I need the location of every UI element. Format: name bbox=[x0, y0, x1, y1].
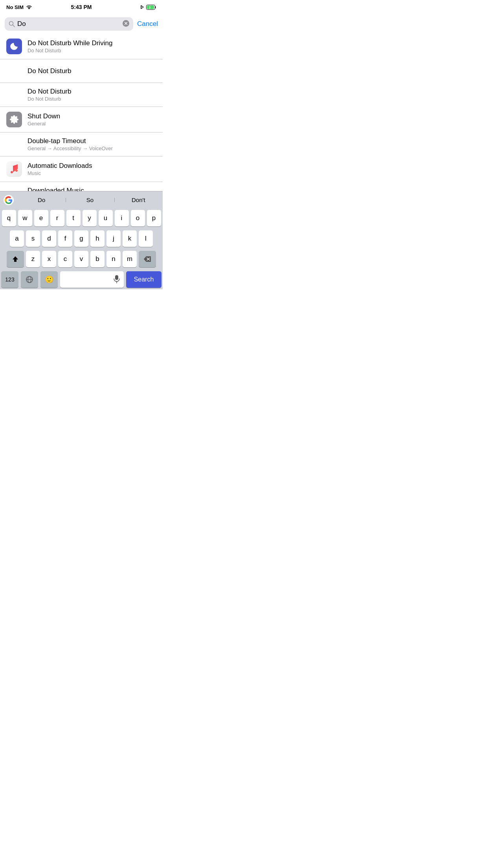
result-title: Do Not Disturb While Driving bbox=[28, 39, 156, 47]
key-p[interactable]: p bbox=[147, 210, 161, 226]
key-y[interactable]: y bbox=[83, 210, 97, 226]
google-logo bbox=[0, 191, 17, 209]
key-u[interactable]: u bbox=[99, 210, 113, 226]
key-row-3: z x c v b n m bbox=[1, 251, 161, 267]
result-text: Do Not Disturb While Driving Do Not Dist… bbox=[28, 39, 156, 53]
bluetooth-icon bbox=[140, 4, 144, 10]
cancel-button[interactable]: Cancel bbox=[137, 20, 158, 28]
delete-key[interactable] bbox=[139, 251, 156, 267]
key-b[interactable]: b bbox=[90, 251, 105, 267]
dnd-app-icon bbox=[6, 39, 22, 54]
settings-app-icon bbox=[6, 112, 22, 127]
key-a[interactable]: a bbox=[10, 230, 24, 247]
list-item[interactable]: Do Not Disturb While Driving Do Not Dist… bbox=[0, 34, 163, 59]
key-i[interactable]: i bbox=[115, 210, 129, 226]
list-item[interactable]: Automatic Downloads Music bbox=[0, 156, 163, 182]
result-title: Do Not Disturb bbox=[28, 67, 156, 75]
key-t[interactable]: t bbox=[66, 210, 81, 226]
list-item[interactable]: Double-tap Timeout General → Accessibili… bbox=[0, 132, 163, 156]
key-q[interactable]: q bbox=[2, 210, 16, 226]
shift-key[interactable] bbox=[7, 251, 24, 267]
key-l[interactable]: l bbox=[139, 230, 153, 247]
result-subtitle: Do Not Disturb bbox=[28, 48, 156, 53]
predictive-bar: Do So Don't bbox=[0, 191, 163, 208]
predictive-words: Do So Don't bbox=[17, 197, 163, 203]
key-j[interactable]: j bbox=[106, 230, 121, 247]
result-text: Double-tap Timeout General → Accessibili… bbox=[28, 137, 156, 151]
key-w[interactable]: w bbox=[18, 210, 32, 226]
key-row-1: q w e r t y u i o p bbox=[1, 210, 161, 226]
emoji-key[interactable]: 🙂 bbox=[40, 271, 58, 288]
key-r[interactable]: r bbox=[50, 210, 64, 226]
list-item[interactable]: Do Not Disturb Do Not Disturb bbox=[0, 83, 163, 107]
list-item[interactable]: Shut Down General bbox=[0, 107, 163, 132]
result-text: Do Not Disturb bbox=[28, 67, 156, 75]
svg-rect-15 bbox=[115, 275, 118, 280]
list-item[interactable]: Do Not Disturb bbox=[0, 59, 163, 83]
key-n[interactable]: n bbox=[106, 251, 121, 267]
predictive-word-3[interactable]: Don't bbox=[114, 197, 163, 203]
search-input[interactable] bbox=[17, 20, 120, 28]
key-k[interactable]: k bbox=[123, 230, 137, 247]
key-v[interactable]: v bbox=[74, 251, 88, 267]
result-title: Automatic Downloads bbox=[28, 162, 156, 170]
result-text: Do Not Disturb Do Not Disturb bbox=[28, 88, 156, 102]
search-bar: Cancel bbox=[0, 14, 163, 34]
predictive-word-2[interactable]: So bbox=[66, 197, 114, 203]
result-subtitle: Do Not Disturb bbox=[28, 96, 156, 102]
predictive-word-1[interactable]: Do bbox=[17, 197, 66, 203]
key-d[interactable]: d bbox=[42, 230, 56, 247]
wifi-icon bbox=[26, 5, 32, 9]
key-x[interactable]: x bbox=[42, 251, 56, 267]
mic-button[interactable] bbox=[114, 275, 120, 285]
status-bar: No SIM 5:43 PM bbox=[0, 0, 163, 14]
result-text: Automatic Downloads Music bbox=[28, 162, 156, 176]
search-input-wrap[interactable] bbox=[5, 17, 133, 31]
carrier-label: No SIM bbox=[6, 4, 24, 10]
num-key[interactable]: 123 bbox=[1, 271, 18, 288]
battery-icon bbox=[146, 5, 156, 10]
key-z[interactable]: z bbox=[26, 251, 40, 267]
music-app-icon bbox=[6, 161, 22, 177]
key-o[interactable]: o bbox=[131, 210, 145, 226]
svg-line-3 bbox=[13, 25, 15, 27]
key-row-4: 123 🙂 Search bbox=[1, 271, 161, 288]
result-title: Do Not Disturb bbox=[28, 88, 156, 96]
key-e[interactable]: e bbox=[34, 210, 48, 226]
keyboard-rows: q w e r t y u i o p a s d f g h j k l bbox=[0, 208, 163, 289]
result-subtitle: Music bbox=[28, 170, 156, 176]
keyboard: Do So Don't q w e r t y u i o p a s d f … bbox=[0, 191, 163, 289]
time-label: 5:43 PM bbox=[71, 4, 92, 10]
search-icon bbox=[9, 21, 15, 27]
search-key[interactable]: Search bbox=[126, 271, 161, 288]
key-h[interactable]: h bbox=[90, 230, 105, 247]
key-g[interactable]: g bbox=[74, 230, 88, 247]
result-subtitle: General bbox=[28, 121, 156, 127]
globe-key[interactable] bbox=[21, 271, 38, 288]
result-subtitle: General → Accessibility → VoiceOver bbox=[28, 145, 156, 151]
key-c[interactable]: c bbox=[58, 251, 72, 267]
result-title: Shut Down bbox=[28, 112, 156, 120]
key-m[interactable]: m bbox=[123, 251, 137, 267]
result-text: Shut Down General bbox=[28, 112, 156, 127]
key-row-2: a s d f g h j k l bbox=[1, 230, 161, 247]
result-title: Double-tap Timeout bbox=[28, 137, 156, 145]
clear-button[interactable] bbox=[123, 20, 129, 28]
key-s[interactable]: s bbox=[26, 230, 40, 247]
key-f[interactable]: f bbox=[58, 230, 72, 247]
